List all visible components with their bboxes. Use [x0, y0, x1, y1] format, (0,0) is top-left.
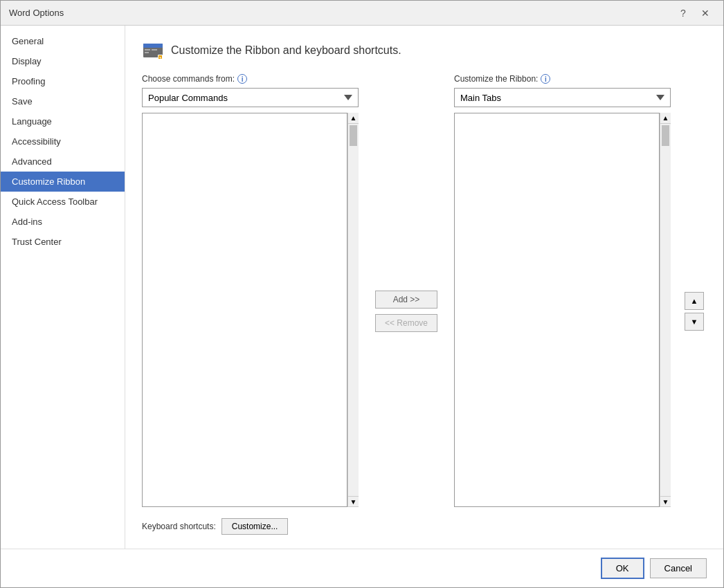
help-button[interactable]: ? [673, 6, 693, 21]
customize-shortcuts-button[interactable]: Customize... [221, 518, 289, 535]
sidebar-item-save[interactable]: Save [1, 91, 125, 111]
close-button[interactable]: ✕ [696, 6, 715, 21]
sidebar: GeneralDisplayProofingSaveLanguageAccess… [1, 26, 125, 549]
move-up-button[interactable]: ▲ [685, 292, 704, 310]
keyboard-shortcuts-label: Keyboard shortcuts: [142, 522, 216, 531]
sidebar-item-customize-ribbon[interactable]: Customize Ribbon [1, 172, 125, 192]
remove-button[interactable]: << Remove [375, 314, 437, 332]
dialog-footer: OK Cancel [1, 549, 723, 587]
sidebar-item-display[interactable]: Display [1, 51, 125, 71]
updown-buttons-area: ▲ ▼ [682, 116, 707, 507]
ribbon-customize-icon: ✎ [142, 39, 164, 62]
svg-rect-3 [145, 52, 149, 53]
main-content: ✎ Customize the Ribbon and keyboard shor… [125, 26, 723, 549]
word-options-dialog: Word Options ? ✕ GeneralDisplayProofingS… [0, 0, 724, 588]
ribbon-tabs-select[interactable]: Main Tabs [454, 88, 671, 107]
ribbon-tabs-list-wrapper: ▲ ▼ [454, 113, 671, 507]
cancel-button[interactable]: Cancel [650, 558, 707, 578]
middle-buttons-area: Add >> << Remove [370, 116, 443, 507]
customize-ribbon-label: Customize the Ribbon: i [454, 74, 671, 84]
sidebar-item-advanced[interactable]: Advanced [1, 151, 125, 172]
sidebar-item-trust-center[interactable]: Trust Center [1, 232, 125, 252]
main-heading-area: ✎ Customize the Ribbon and keyboard shor… [142, 39, 707, 62]
commands-from-select[interactable]: Popular Commands [142, 88, 359, 107]
move-down-button[interactable]: ▼ [685, 313, 704, 331]
left-column: Choose commands from: i Popular Commands… [142, 74, 359, 507]
svg-rect-4 [152, 49, 157, 50]
right-column: Customize the Ribbon: i Main Tabs ▲ [454, 74, 671, 507]
main-heading-text: Customize the Ribbon and keyboard shortc… [171, 44, 401, 57]
dialog-title: Word Options [9, 8, 64, 18]
scroll-thumb [350, 125, 357, 146]
title-bar-buttons: ? ✕ [673, 6, 715, 21]
right-scroll-thumb [662, 125, 669, 146]
keyboard-shortcuts-row: Keyboard shortcuts: Customize... [142, 518, 707, 535]
sidebar-item-accessibility[interactable]: Accessibility [1, 131, 125, 151]
scroll-up-arrow[interactable]: ▲ [348, 113, 359, 124]
commands-list[interactable] [142, 113, 347, 507]
right-scroll-down-arrow[interactable]: ▼ [660, 496, 671, 507]
customize-ribbon-info-icon[interactable]: i [541, 74, 550, 84]
right-scrollbar[interactable]: ▲ ▼ [660, 113, 671, 507]
dialog-body: GeneralDisplayProofingSaveLanguageAccess… [1, 26, 723, 549]
scroll-down-arrow[interactable]: ▼ [348, 496, 359, 507]
svg-rect-1 [143, 44, 163, 48]
sidebar-item-general[interactable]: General [1, 31, 125, 51]
sidebar-item-language[interactable]: Language [1, 111, 125, 131]
bottom-area: Keyboard shortcuts: Customize... [142, 513, 707, 535]
add-button[interactable]: Add >> [375, 291, 437, 309]
commands-list-wrapper: ▲ ▼ [142, 113, 359, 507]
ribbon-tabs-list[interactable] [454, 113, 660, 507]
choose-commands-label: Choose commands from: i [142, 74, 359, 84]
sidebar-item-proofing[interactable]: Proofing [1, 71, 125, 91]
right-scroll-up-arrow[interactable]: ▲ [660, 113, 671, 124]
ok-button[interactable]: OK [601, 558, 644, 579]
choose-commands-info-icon[interactable]: i [237, 74, 247, 84]
svg-rect-2 [145, 49, 150, 50]
columns-area: Choose commands from: i Popular Commands… [142, 74, 707, 507]
title-bar: Word Options ? ✕ [1, 1, 723, 26]
left-scrollbar[interactable]: ▲ ▼ [347, 113, 359, 507]
sidebar-item-quick-access-toolbar[interactable]: Quick Access Toolbar [1, 192, 125, 212]
sidebar-item-add-ins[interactable]: Add-ins [1, 212, 125, 232]
